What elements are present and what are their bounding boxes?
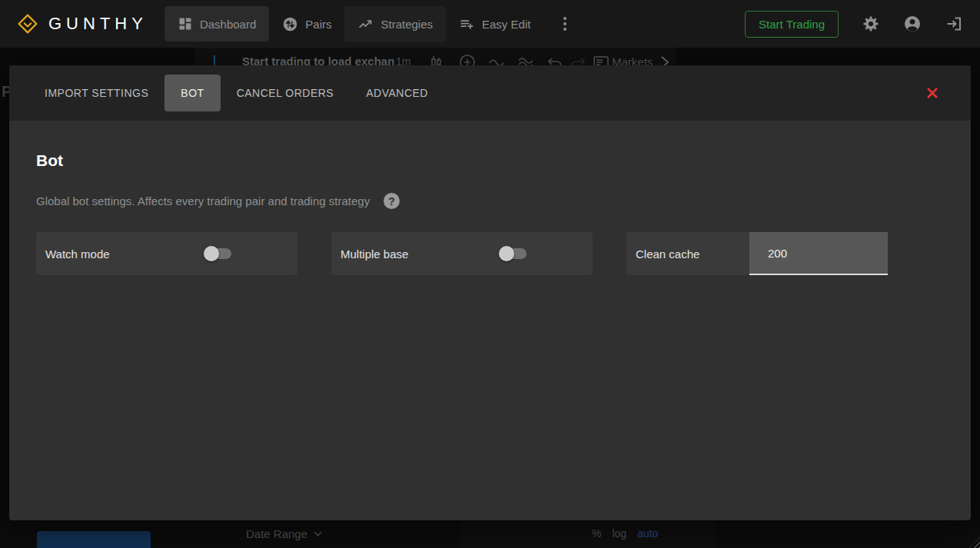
start-trading-button[interactable]: Start Trading bbox=[745, 11, 839, 38]
easy-edit-icon bbox=[459, 16, 475, 32]
setting-label: Watch mode bbox=[36, 247, 204, 261]
nav-item-pairs[interactable]: Pairs bbox=[269, 6, 344, 42]
modal-description-row: Global bot settings. Affects every tradi… bbox=[36, 193, 944, 209]
nav-item-label: Easy Edit bbox=[482, 18, 530, 31]
app-screen: Start trading to load exchan 1m bbox=[0, 0, 980, 548]
setting-label: Clean cache bbox=[626, 247, 749, 261]
tab-import-settings[interactable]: IMPORT SETTINGS bbox=[28, 75, 164, 111]
tab-cancel-orders[interactable]: CANCEL ORDERS bbox=[221, 75, 350, 111]
close-modal-button[interactable] bbox=[922, 82, 943, 104]
nav-item-strategies[interactable]: Strategies bbox=[344, 6, 446, 42]
help-icon[interactable]: ? bbox=[384, 193, 400, 209]
top-nav: GUNTHY Dashboard Pairs Strategies bbox=[0, 0, 980, 48]
more-options-icon[interactable] bbox=[553, 11, 577, 37]
multiple-base-toggle[interactable] bbox=[499, 246, 528, 261]
clean-cache-input[interactable] bbox=[749, 232, 888, 274]
close-icon bbox=[923, 84, 942, 102]
setting-card-multiple-base: Multiple base bbox=[331, 232, 593, 275]
clean-cache-input-wrap bbox=[749, 232, 888, 275]
toggle-thumb bbox=[499, 246, 514, 261]
settings-gear-icon[interactable] bbox=[862, 15, 880, 33]
modal-tabbar: IMPORT SETTINGS BOT CANCEL ORDERS ADVANC… bbox=[9, 65, 971, 121]
nav-item-easy-edit[interactable]: Easy Edit bbox=[446, 6, 543, 42]
toggle-thumb bbox=[204, 246, 219, 261]
nav-item-label: Dashboard bbox=[200, 18, 256, 31]
account-icon[interactable] bbox=[903, 15, 922, 33]
brand[interactable]: GUNTHY bbox=[17, 13, 148, 35]
setting-card-watch-mode: Watch mode bbox=[36, 232, 297, 275]
strategies-icon bbox=[357, 16, 374, 32]
nav-item-dashboard[interactable]: Dashboard bbox=[164, 6, 269, 42]
settings-modal: IMPORT SETTINGS BOT CANCEL ORDERS ADVANC… bbox=[9, 65, 971, 520]
tab-advanced[interactable]: ADVANCED bbox=[350, 75, 444, 111]
logout-icon[interactable] bbox=[945, 15, 963, 33]
tab-bot[interactable]: BOT bbox=[164, 75, 220, 111]
settings-cards: Watch mode Multiple base Clean cache bbox=[36, 232, 944, 275]
watch-mode-toggle[interactable] bbox=[204, 246, 233, 261]
brand-name: GUNTHY bbox=[48, 14, 148, 34]
modal-description: Global bot settings. Affects every tradi… bbox=[36, 194, 370, 208]
dashboard-icon bbox=[178, 16, 193, 32]
nav-right: Start Trading bbox=[745, 11, 963, 38]
setting-label: Multiple base bbox=[331, 247, 499, 261]
nav-item-label: Pairs bbox=[305, 18, 331, 31]
pairs-icon bbox=[282, 16, 298, 32]
setting-card-clean-cache: Clean cache bbox=[626, 232, 888, 275]
modal-title: Bot bbox=[36, 151, 944, 170]
modal-body: Bot Global bot settings. Affects every t… bbox=[9, 121, 971, 275]
nav-item-label: Strategies bbox=[380, 18, 433, 31]
gunthy-logo-icon bbox=[17, 13, 38, 35]
